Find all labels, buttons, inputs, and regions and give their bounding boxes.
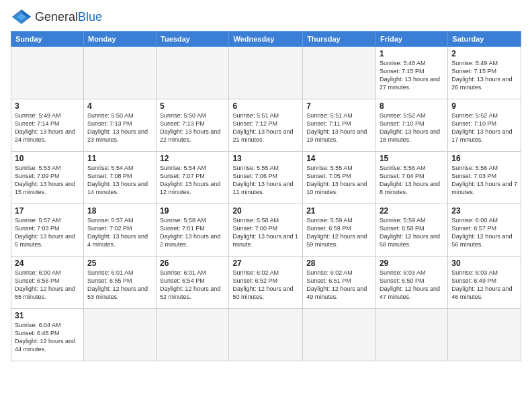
day-number: 12 (160, 154, 225, 163)
calendar-day-cell (11, 47, 84, 99)
logo-icon (11, 8, 32, 26)
day-info: Sunrise: 5:59 AMSunset: 6:59 PMDaylight:… (306, 216, 372, 249)
day-info: Sunrise: 5:51 AMSunset: 7:11 PMDaylight:… (306, 111, 372, 144)
day-number: 9 (451, 101, 517, 111)
weekday-header: Monday (83, 32, 156, 47)
calendar-week-row: 3Sunrise: 5:49 AMSunset: 7:14 PMDaylight… (11, 99, 521, 152)
day-info: Sunrise: 5:52 AMSunset: 7:10 PMDaylight:… (380, 111, 444, 144)
day-number: 15 (380, 154, 444, 163)
day-number: 5 (160, 101, 225, 111)
calendar-day-cell (448, 309, 521, 361)
calendar-day-cell: 16Sunrise: 5:56 AMSunset: 7:03 PMDayligh… (448, 152, 521, 204)
day-number: 6 (232, 101, 299, 111)
calendar-day-cell (157, 47, 229, 99)
calendar-day-cell: 13Sunrise: 5:55 AMSunset: 7:06 PMDayligh… (229, 152, 303, 204)
calendar-day-cell: 25Sunrise: 6:01 AMSunset: 6:55 PMDayligh… (83, 257, 156, 309)
calendar-day-cell (303, 47, 376, 99)
day-info: Sunrise: 5:49 AMSunset: 7:14 PMDaylight:… (15, 111, 80, 144)
calendar-day-cell: 30Sunrise: 6:03 AMSunset: 6:49 PMDayligh… (448, 257, 521, 309)
header: GeneralBlue (11, 8, 521, 26)
day-number: 13 (232, 154, 299, 163)
logo-blue: Blue (78, 10, 102, 24)
calendar-day-cell: 31Sunrise: 6:04 AMSunset: 6:48 PMDayligh… (11, 309, 84, 361)
day-info: Sunrise: 6:01 AMSunset: 6:54 PMDaylight:… (160, 269, 225, 302)
calendar-day-cell: 17Sunrise: 5:57 AMSunset: 7:03 PMDayligh… (11, 204, 84, 257)
day-info: Sunrise: 5:57 AMSunset: 7:02 PMDaylight:… (87, 216, 152, 249)
calendar-week-row: 17Sunrise: 5:57 AMSunset: 7:03 PMDayligh… (11, 204, 521, 257)
calendar-day-cell: 15Sunrise: 5:56 AMSunset: 7:04 PMDayligh… (375, 152, 447, 204)
day-info: Sunrise: 6:04 AMSunset: 6:48 PMDaylight:… (15, 321, 80, 354)
calendar-day-cell (303, 309, 376, 361)
day-info: Sunrise: 5:58 AMSunset: 7:01 PMDaylight:… (160, 216, 225, 249)
day-info: Sunrise: 5:58 AMSunset: 7:00 PMDaylight:… (232, 216, 299, 249)
day-info: Sunrise: 5:55 AMSunset: 7:05 PMDaylight:… (306, 164, 372, 197)
day-number: 29 (380, 259, 444, 268)
day-number: 11 (87, 154, 152, 163)
calendar-day-cell: 14Sunrise: 5:55 AMSunset: 7:05 PMDayligh… (303, 152, 376, 204)
calendar-day-cell: 9Sunrise: 5:52 AMSunset: 7:10 PMDaylight… (448, 99, 521, 152)
day-info: Sunrise: 5:59 AMSunset: 6:58 PMDaylight:… (380, 216, 444, 249)
day-info: Sunrise: 5:50 AMSunset: 7:13 PMDaylight:… (87, 111, 152, 144)
day-info: Sunrise: 5:56 AMSunset: 7:04 PMDaylight:… (380, 164, 444, 197)
weekday-header: Sunday (11, 32, 84, 47)
calendar-day-cell: 27Sunrise: 6:02 AMSunset: 6:52 PMDayligh… (229, 257, 303, 309)
calendar-day-cell: 22Sunrise: 5:59 AMSunset: 6:58 PMDayligh… (375, 204, 447, 257)
day-info: Sunrise: 5:52 AMSunset: 7:10 PMDaylight:… (451, 111, 517, 144)
day-info: Sunrise: 5:54 AMSunset: 7:07 PMDaylight:… (160, 164, 225, 197)
calendar-day-cell (229, 309, 303, 361)
day-info: Sunrise: 5:49 AMSunset: 7:15 PMDaylight:… (451, 59, 517, 92)
day-number: 18 (87, 206, 152, 216)
calendar-day-cell: 4Sunrise: 5:50 AMSunset: 7:13 PMDaylight… (83, 99, 156, 152)
calendar-day-cell: 24Sunrise: 6:00 AMSunset: 6:56 PMDayligh… (11, 257, 84, 309)
day-number: 28 (306, 259, 372, 268)
logo-general: General (35, 10, 78, 24)
logo-text: GeneralBlue (35, 10, 102, 24)
weekday-header: Tuesday (157, 32, 229, 47)
day-info: Sunrise: 6:00 AMSunset: 6:56 PMDaylight:… (15, 269, 80, 302)
calendar-day-cell: 1Sunrise: 5:48 AMSunset: 7:15 PMDaylight… (375, 47, 447, 99)
day-number: 17 (15, 206, 80, 216)
day-info: Sunrise: 5:53 AMSunset: 7:09 PMDaylight:… (15, 164, 80, 197)
calendar-day-cell: 18Sunrise: 5:57 AMSunset: 7:02 PMDayligh… (83, 204, 156, 257)
calendar-day-cell: 19Sunrise: 5:58 AMSunset: 7:01 PMDayligh… (157, 204, 229, 257)
calendar-header-row: SundayMondayTuesdayWednesdayThursdayFrid… (11, 32, 521, 47)
calendar-day-cell (229, 47, 303, 99)
day-info: Sunrise: 5:51 AMSunset: 7:12 PMDaylight:… (232, 111, 299, 144)
day-number: 1 (380, 49, 444, 58)
day-number: 31 (15, 311, 80, 320)
calendar-day-cell (83, 309, 156, 361)
calendar-day-cell: 10Sunrise: 5:53 AMSunset: 7:09 PMDayligh… (11, 152, 84, 204)
calendar-day-cell: 6Sunrise: 5:51 AMSunset: 7:12 PMDaylight… (229, 99, 303, 152)
page: GeneralBlue SundayMondayTuesdayWednesday… (0, 0, 532, 411)
day-number: 16 (451, 154, 517, 163)
weekday-header: Friday (375, 32, 447, 47)
calendar-day-cell (375, 309, 447, 361)
calendar-day-cell: 5Sunrise: 5:50 AMSunset: 7:13 PMDaylight… (157, 99, 229, 152)
weekday-header: Saturday (448, 32, 521, 47)
calendar-day-cell (83, 47, 156, 99)
calendar-table: SundayMondayTuesdayWednesdayThursdayFrid… (11, 31, 521, 361)
calendar-day-cell: 26Sunrise: 6:01 AMSunset: 6:54 PMDayligh… (157, 257, 229, 309)
calendar-day-cell: 23Sunrise: 6:00 AMSunset: 6:57 PMDayligh… (448, 204, 521, 257)
day-number: 21 (306, 206, 372, 216)
day-info: Sunrise: 6:03 AMSunset: 6:49 PMDaylight:… (451, 269, 517, 302)
day-number: 4 (87, 101, 152, 111)
day-info: Sunrise: 6:02 AMSunset: 6:52 PMDaylight:… (232, 269, 299, 302)
day-info: Sunrise: 6:01 AMSunset: 6:55 PMDaylight:… (87, 269, 152, 302)
day-number: 7 (306, 101, 372, 111)
day-info: Sunrise: 5:56 AMSunset: 7:03 PMDaylight:… (451, 164, 517, 197)
day-number: 26 (160, 259, 225, 268)
day-number: 23 (451, 206, 517, 216)
day-info: Sunrise: 6:00 AMSunset: 6:57 PMDaylight:… (451, 216, 517, 249)
day-number: 25 (87, 259, 152, 268)
day-number: 14 (306, 154, 372, 163)
calendar-day-cell: 11Sunrise: 5:54 AMSunset: 7:08 PMDayligh… (83, 152, 156, 204)
day-number: 22 (380, 206, 444, 216)
calendar-day-cell: 20Sunrise: 5:58 AMSunset: 7:00 PMDayligh… (229, 204, 303, 257)
calendar-week-row: 24Sunrise: 6:00 AMSunset: 6:56 PMDayligh… (11, 257, 521, 309)
calendar-day-cell: 3Sunrise: 5:49 AMSunset: 7:14 PMDaylight… (11, 99, 84, 152)
calendar-day-cell: 2Sunrise: 5:49 AMSunset: 7:15 PMDaylight… (448, 47, 521, 99)
day-info: Sunrise: 5:48 AMSunset: 7:15 PMDaylight:… (380, 59, 444, 92)
day-info: Sunrise: 5:57 AMSunset: 7:03 PMDaylight:… (15, 216, 80, 249)
calendar-week-row: 10Sunrise: 5:53 AMSunset: 7:09 PMDayligh… (11, 152, 521, 204)
